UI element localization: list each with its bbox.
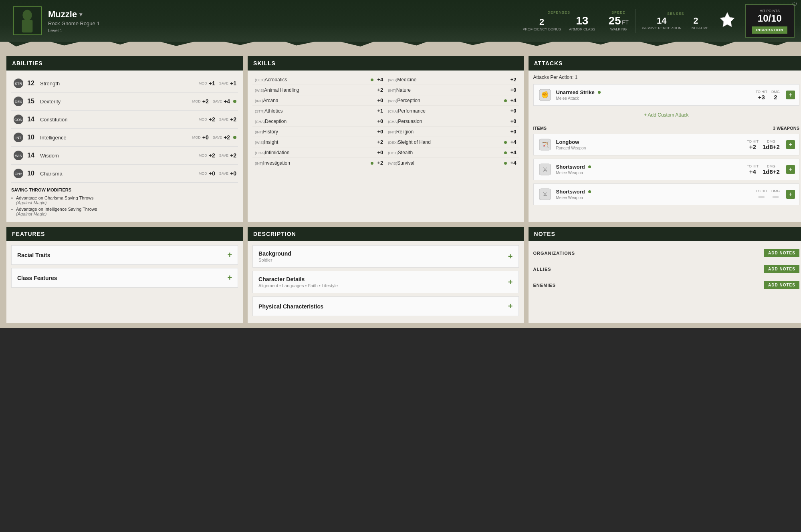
racial-traits-add[interactable]: + — [227, 250, 232, 260]
wisdom-mod: +2 — [209, 152, 215, 159]
shortsword1-add-button[interactable]: + — [786, 165, 795, 174]
longbow-add-button[interactable]: + — [786, 140, 795, 149]
skill-arcana: (INT) Arcana +0 — [252, 95, 385, 106]
avatar[interactable] — [13, 6, 42, 35]
skill-insight: (WIS) Insight +2 — [252, 137, 385, 147]
dexterity-prof-dot — [233, 100, 236, 103]
strength-score[interactable]: 12 — [27, 80, 38, 87]
longbow-dmg: DMG 1d8+2 — [763, 139, 780, 150]
hp-value: 10/10 — [752, 13, 787, 24]
skill-nature: (INT) Nature +0 — [385, 85, 519, 95]
background-header[interactable]: Background Soldier + — [253, 246, 518, 267]
inspiration-button[interactable]: INSPIRATION — [752, 26, 787, 34]
shortsword1-info: Shortsword Melee Weapon — [556, 164, 747, 175]
initiative-value: 2 — [693, 16, 698, 25]
char-name-row: Muzzle ▾ — [48, 9, 100, 20]
char-details-add[interactable]: + — [508, 278, 513, 287]
unarmed-strike-icon: ✊ — [538, 88, 552, 102]
skills-header: SKILLS — [248, 56, 523, 71]
weapon-shortsword-2: ⚔ Shortsword Melee Weapon TO HIT — — [533, 183, 799, 205]
svg-text:DEX: DEX — [15, 100, 22, 104]
hp-shield-icon: 🛡 — [792, 2, 797, 7]
skill-survival: (WIS) Survival +4 — [385, 158, 519, 168]
physical-char-header[interactable]: Physical Characteristics + — [253, 297, 518, 316]
skill-investigation: (INT) Investigation +2 — [252, 158, 385, 168]
bottom-content: FEATURES Racial Traits + Class Features … — [0, 227, 801, 328]
dexterity-score[interactable]: 15 — [27, 98, 38, 105]
physical-char-info: Physical Characteristics — [258, 303, 323, 310]
skill-stealth: (DEX) Stealth +4 — [385, 147, 519, 158]
shortsword2-add-button[interactable]: + — [786, 190, 795, 199]
char-info: Muzzle ▾ Rock Gnome Rogue 1 Level 1 — [48, 9, 100, 33]
constitution-name: Constitution — [40, 117, 199, 123]
shortsword1-type: Melee Weapon — [556, 171, 747, 175]
abilities-card: ABILITIES STR 12 Strength MOD +1 SAVE +1… — [6, 56, 243, 222]
char-details-sub: Alignment • Languages • Faith • Lifestyl… — [258, 283, 338, 288]
svg-point-0 — [22, 10, 32, 21]
skill-acrobatics: (DEX) Acrobatics +4 — [252, 75, 385, 85]
skill-dot — [504, 162, 507, 165]
intelligence-icon: INT — [13, 132, 24, 143]
class-features-add[interactable]: + — [227, 273, 232, 282]
char-details-accordion: Character Details Alignment • Languages … — [252, 271, 519, 293]
notes-organizations: ORGANIZATIONS ADD NOTES — [533, 245, 799, 261]
shortsword2-to-hit: TO HIT — — [756, 189, 767, 200]
unarmed-add-button[interactable]: + — [786, 91, 795, 99]
background-add[interactable]: + — [508, 252, 513, 261]
skills-body: (DEX) Acrobatics +4 (WIS) Animal Handlin… — [248, 71, 523, 172]
abilities-header: ABILITIES — [6, 56, 243, 71]
unarmed-strike-type: Melee Attack — [556, 96, 756, 101]
shortsword2-info: Shortsword Melee Weapon — [556, 189, 756, 200]
shortsword2-icon: ⚔ — [538, 187, 552, 202]
background-title: Background — [258, 250, 291, 257]
enemies-add-button[interactable]: ADD NOTES — [764, 281, 799, 289]
attacks-header: ATTACKS — [529, 56, 801, 71]
shortsword2-prof-dot — [588, 190, 591, 193]
longbow-to-hit: TO HIT +2 — [747, 139, 759, 150]
passive-perception-block: 14 PASSIVE PERCEPTION — [642, 16, 682, 30]
proficiency-bonus-value: 2 — [523, 18, 561, 26]
hp-box: 🛡 HIT POINTS 10/10 INSPIRATION — [745, 4, 795, 38]
intelligence-mod: +0 — [202, 134, 209, 141]
racial-traits-header[interactable]: Racial Traits + — [12, 246, 238, 264]
hp-current: 10 — [758, 13, 769, 24]
strength-mod: +1 — [209, 80, 215, 87]
header: Muzzle ▾ Rock Gnome Rogue 1 Level 1 DEFE… — [0, 0, 801, 42]
physical-char-accordion: Physical Characteristics + — [252, 296, 519, 316]
shortsword2-dmg: DMG — — [771, 189, 780, 200]
organizations-add-button[interactable]: ADD NOTES — [764, 249, 799, 257]
avatar-silhouette — [17, 9, 37, 33]
notes-allies: ALLIES ADD NOTES — [533, 261, 799, 277]
constitution-icon: CON — [13, 114, 24, 125]
allies-add-button[interactable]: ADD NOTES — [764, 265, 799, 273]
skill-dot — [504, 99, 507, 102]
intelligence-score[interactable]: 10 — [27, 134, 38, 141]
unarmed-prof-dot — [598, 91, 601, 94]
wisdom-score[interactable]: 14 — [27, 152, 38, 159]
longbow-icon: 🏹 — [538, 137, 552, 152]
constitution-score[interactable]: 14 — [27, 116, 38, 123]
charisma-save: +0 — [230, 170, 236, 177]
skill-deception: (CHA) Deception +0 — [252, 116, 385, 127]
longbow-type: Ranged Weapon — [556, 146, 747, 150]
dexterity-mod-save: MOD +2 SAVE +4 — [192, 98, 236, 105]
shortsword1-icon: ⚔ — [538, 162, 552, 177]
wisdom-icon: WIS — [13, 150, 24, 161]
skill-perception: (WIS) Perception +4 — [385, 95, 519, 106]
svg-text:⚔: ⚔ — [542, 191, 547, 197]
skill-dot — [504, 151, 507, 154]
shortsword2-stats: TO HIT — DMG — + — [756, 189, 795, 200]
char-class: Rock Gnome Rogue 1 — [48, 20, 100, 26]
attack-unarmed-strike: ✊ Unarmed Strike Melee Attack TO HIT +3 — [533, 84, 799, 106]
class-features-header[interactable]: Class Features + — [12, 268, 238, 287]
skill-sleight-of-hand: (DEX) Sleight of Hand +4 — [385, 137, 519, 147]
add-custom-attack[interactable]: + Add Custom Attack — [533, 109, 799, 121]
char-details-header[interactable]: Character Details Alignment • Languages … — [253, 271, 518, 293]
armor-class-label: ARMOR CLASS — [569, 27, 595, 31]
ability-row-wisdom: WIS 14 Wisdom MOD +2 SAVE +2 — [11, 147, 238, 165]
intelligence-prof-dot — [233, 136, 236, 139]
physical-char-add[interactable]: + — [508, 302, 513, 311]
charisma-score[interactable]: 10 — [27, 170, 38, 177]
constitution-mod-save: MOD +2 SAVE +2 — [199, 116, 236, 123]
shortsword1-name: Shortsword — [556, 164, 747, 170]
